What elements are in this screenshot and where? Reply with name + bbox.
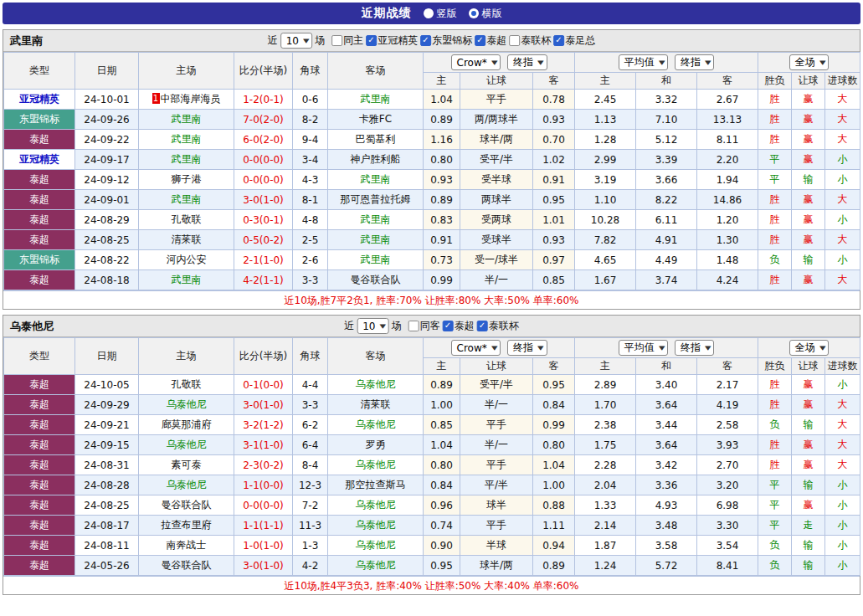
layout-radio-horizontal[interactable]: 横版: [469, 7, 502, 21]
away-team[interactable]: 乌泰他尼: [328, 495, 424, 516]
result-goals: 大: [825, 110, 860, 130]
home-team[interactable]: 武里南: [139, 270, 234, 290]
filter-checkbox[interactable]: ✓东盟锦标: [420, 33, 472, 48]
odds-handicap: 两/两球半: [460, 110, 533, 130]
odds-time-select[interactable]: 终指▼: [507, 54, 547, 70]
home-team[interactable]: 拉查布里府: [139, 516, 234, 536]
chevron-down-icon: ▼: [491, 345, 498, 352]
odds-home: 0.73: [424, 250, 460, 270]
away-team[interactable]: 武里南: [328, 210, 424, 230]
home-team[interactable]: 孔敬联: [139, 210, 234, 230]
checkbox-icon[interactable]: [509, 35, 520, 46]
home-team[interactable]: 武里南: [139, 130, 234, 150]
away-team[interactable]: 卡雅FC: [328, 110, 424, 130]
odds-source-select[interactable]: Crow*▼: [451, 340, 501, 356]
away-team[interactable]: 乌泰他尼: [328, 415, 424, 435]
league-type-badge: 泰超: [4, 270, 75, 290]
section-header: 武里南 近 10▼ 场 同主✓亚冠精英✓东盟锦标✓泰超泰联杯✓泰足总: [3, 30, 860, 52]
recent-count-select[interactable]: 10▼: [280, 33, 313, 49]
odds-home: 0.83: [424, 210, 460, 230]
home-team[interactable]: 1中部海岸海员: [139, 90, 234, 110]
away-team[interactable]: 罗勇: [328, 435, 424, 455]
checkbox-icon[interactable]: [331, 35, 342, 46]
checkbox-icon[interactable]: ✓: [420, 35, 431, 46]
match-date: 24-08-17: [75, 516, 139, 536]
radio-icon[interactable]: [469, 8, 479, 18]
checkbox-icon[interactable]: ✓: [443, 321, 454, 331]
home-team[interactable]: 清莱联: [139, 230, 234, 250]
away-team[interactable]: 武里南: [328, 250, 424, 270]
corner-count: 4-3: [293, 170, 328, 190]
checkbox-icon[interactable]: ✓: [477, 321, 488, 331]
result-outcome: 负: [758, 415, 792, 435]
away-team[interactable]: 乌泰他尼: [328, 556, 424, 576]
league-type-badge: 泰超: [4, 475, 75, 495]
average-select[interactable]: 平均值▼: [619, 54, 668, 70]
home-team[interactable]: 武里南: [139, 190, 234, 210]
away-team[interactable]: 乌泰他尼: [328, 375, 424, 395]
radio-icon[interactable]: [424, 8, 434, 18]
score: 3-0(1-0): [234, 395, 293, 415]
filter-checkbox[interactable]: ✓泰联杯: [477, 319, 519, 333]
scope-select[interactable]: 全场▼: [789, 340, 829, 356]
away-team[interactable]: 那空拉查斯马: [328, 475, 424, 495]
home-team[interactable]: 狮子港: [139, 170, 234, 190]
odds-time-select[interactable]: 终指▼: [507, 340, 547, 356]
column-header: 客场: [328, 53, 424, 90]
checkbox-icon[interactable]: ✓: [475, 35, 485, 46]
filter-checkbox[interactable]: ✓泰超: [443, 319, 475, 333]
away-team[interactable]: 武里南: [328, 230, 424, 250]
home-team[interactable]: 乌泰他尼: [139, 395, 234, 415]
check-icon: ✓: [367, 35, 374, 44]
away-team[interactable]: 清莱联: [328, 395, 424, 415]
home-team[interactable]: 曼谷联合队: [139, 556, 234, 576]
away-team[interactable]: 那可恩普拉托姆: [328, 190, 424, 210]
home-team[interactable]: 孔敬联: [139, 375, 234, 395]
scope-select[interactable]: 全场▼: [789, 54, 829, 70]
select-value: 终指: [681, 55, 701, 69]
avg-home: 2.45: [575, 90, 636, 110]
filter-checkbox[interactable]: ✓泰超: [475, 33, 506, 48]
checkbox-icon[interactable]: [408, 321, 419, 331]
home-team[interactable]: 南奔战士: [139, 536, 234, 556]
sub-column-header: 客: [697, 73, 758, 90]
away-team[interactable]: 乌泰他尼: [328, 455, 424, 475]
home-team[interactable]: 乌泰他尼: [139, 475, 234, 495]
filter-checkbox[interactable]: ✓亚冠精英: [366, 33, 418, 48]
games-label: 场: [392, 319, 402, 333]
chevron-down-icon: ▼: [659, 59, 665, 66]
checkbox-icon[interactable]: ✓: [553, 35, 564, 46]
filter-checkbox[interactable]: 同客: [408, 319, 440, 333]
avg-home: 1.87: [575, 536, 636, 556]
home-team[interactable]: 素可泰: [139, 455, 234, 475]
away-team[interactable]: 武里南: [328, 170, 424, 190]
layout-radio-vertical[interactable]: 竖版: [424, 7, 457, 21]
away-team[interactable]: 巴蜀基利: [328, 130, 424, 150]
away-team[interactable]: 乌泰他尼: [328, 516, 424, 536]
home-team[interactable]: 武里南: [139, 110, 234, 130]
match-date: 24-08-31: [75, 455, 139, 475]
home-team[interactable]: 廊莫那浦府: [139, 415, 234, 435]
away-team[interactable]: 神户胜利船: [328, 150, 424, 170]
filter-checkbox[interactable]: ✓泰足总: [553, 33, 595, 48]
odds-source-select[interactable]: Crow*▼: [451, 54, 501, 70]
away-team[interactable]: 武里南: [328, 90, 424, 110]
odds-handicap: 球半/两: [460, 130, 533, 150]
home-team-name: 武里南: [172, 153, 202, 165]
away-team[interactable]: 乌泰他尼: [328, 536, 424, 556]
filter-checkbox[interactable]: 泰联杯: [509, 33, 551, 48]
recent-count-select[interactable]: 10▼: [357, 318, 389, 334]
home-team[interactable]: 曼谷联合队: [139, 495, 234, 516]
checkbox-icon[interactable]: ✓: [366, 35, 377, 46]
match-date: 24-08-25: [75, 495, 139, 516]
home-team[interactable]: 河内公安: [139, 250, 234, 270]
home-team[interactable]: 武里南: [139, 150, 234, 170]
average-time-select[interactable]: 终指▼: [675, 340, 714, 356]
average-select[interactable]: 平均值▼: [619, 340, 668, 356]
average-time-select[interactable]: 终指▼: [675, 54, 714, 70]
away-team[interactable]: 曼谷联合队: [328, 270, 424, 290]
avg-away: 2.17: [697, 375, 758, 395]
home-team[interactable]: 乌泰他尼: [139, 435, 234, 455]
sub-column-header: 和: [636, 358, 697, 375]
filter-checkbox[interactable]: 同主: [331, 33, 363, 48]
